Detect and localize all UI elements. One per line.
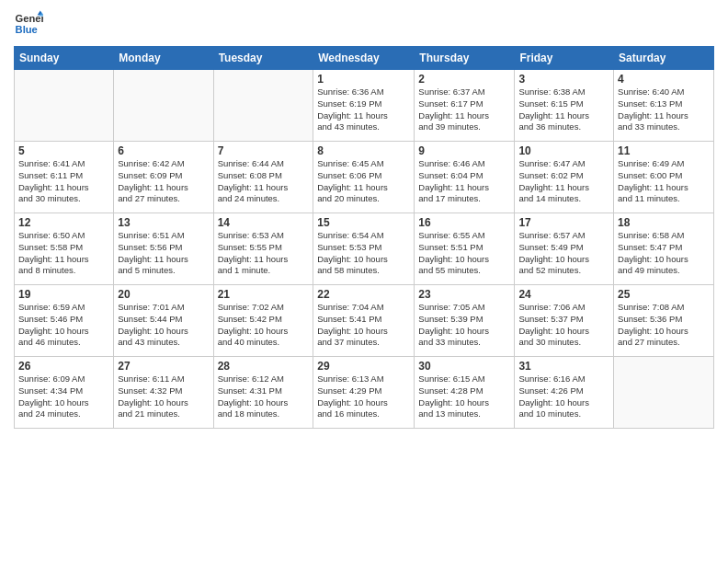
calendar-cell: 10Sunrise: 6:47 AM Sunset: 6:02 PM Dayli… bbox=[515, 142, 614, 213]
calendar-cell: 31Sunrise: 6:16 AM Sunset: 4:26 PM Dayli… bbox=[515, 357, 614, 429]
calendar-cell: 26Sunrise: 6:09 AM Sunset: 4:34 PM Dayli… bbox=[15, 357, 114, 429]
calendar-cell: 11Sunrise: 6:49 AM Sunset: 6:00 PM Dayli… bbox=[614, 142, 714, 213]
calendar-cell: 21Sunrise: 7:02 AM Sunset: 5:42 PM Dayli… bbox=[213, 285, 313, 357]
calendar-cell: 9Sunrise: 6:46 AM Sunset: 6:04 PM Daylig… bbox=[415, 142, 515, 213]
day-number: 5 bbox=[18, 144, 109, 157]
day-info: Sunrise: 6:59 AM Sunset: 5:46 PM Dayligh… bbox=[18, 302, 109, 349]
calendar-week-1: 1Sunrise: 6:36 AM Sunset: 6:19 PM Daylig… bbox=[15, 70, 714, 142]
day-number: 31 bbox=[518, 360, 609, 373]
svg-text:Blue: Blue bbox=[16, 24, 38, 35]
day-info: Sunrise: 6:41 AM Sunset: 6:11 PM Dayligh… bbox=[18, 158, 109, 205]
day-number: 28 bbox=[218, 360, 310, 373]
calendar-cell: 14Sunrise: 6:53 AM Sunset: 5:55 PM Dayli… bbox=[213, 213, 313, 285]
calendar-cell: 5Sunrise: 6:41 AM Sunset: 6:11 PM Daylig… bbox=[15, 142, 114, 213]
calendar-cell: 6Sunrise: 6:42 AM Sunset: 6:09 PM Daylig… bbox=[114, 142, 213, 213]
day-info: Sunrise: 6:45 AM Sunset: 6:06 PM Dayligh… bbox=[317, 158, 410, 205]
calendar-cell: 20Sunrise: 7:01 AM Sunset: 5:44 PM Dayli… bbox=[114, 285, 213, 357]
calendar-cell: 16Sunrise: 6:55 AM Sunset: 5:51 PM Dayli… bbox=[415, 213, 515, 285]
day-info: Sunrise: 6:37 AM Sunset: 6:17 PM Dayligh… bbox=[418, 86, 510, 133]
day-number: 7 bbox=[218, 144, 310, 157]
calendar-cell: 28Sunrise: 6:12 AM Sunset: 4:31 PM Dayli… bbox=[213, 357, 313, 429]
day-info: Sunrise: 6:57 AM Sunset: 5:49 PM Dayligh… bbox=[518, 230, 609, 277]
calendar-week-4: 19Sunrise: 6:59 AM Sunset: 5:46 PM Dayli… bbox=[15, 285, 714, 357]
day-info: Sunrise: 6:40 AM Sunset: 6:13 PM Dayligh… bbox=[618, 86, 710, 133]
weekday-header-wednesday: Wednesday bbox=[313, 47, 415, 70]
day-number: 17 bbox=[518, 216, 609, 229]
day-number: 16 bbox=[418, 216, 510, 229]
day-info: Sunrise: 6:55 AM Sunset: 5:51 PM Dayligh… bbox=[418, 230, 510, 277]
day-number: 29 bbox=[317, 360, 410, 373]
logo: General Blue bbox=[14, 9, 43, 39]
day-info: Sunrise: 6:54 AM Sunset: 5:53 PM Dayligh… bbox=[317, 230, 410, 277]
calendar-cell: 17Sunrise: 6:57 AM Sunset: 5:49 PM Dayli… bbox=[515, 213, 614, 285]
calendar-week-2: 5Sunrise: 6:41 AM Sunset: 6:11 PM Daylig… bbox=[15, 142, 714, 213]
calendar-table: SundayMondayTuesdayWednesdayThursdayFrid… bbox=[14, 46, 714, 429]
day-number: 25 bbox=[618, 288, 710, 301]
calendar-cell: 8Sunrise: 6:45 AM Sunset: 6:06 PM Daylig… bbox=[313, 142, 415, 213]
weekday-header-saturday: Saturday bbox=[614, 47, 714, 70]
logo-icon: General Blue bbox=[14, 9, 43, 39]
day-number: 22 bbox=[317, 288, 410, 301]
day-info: Sunrise: 6:50 AM Sunset: 5:58 PM Dayligh… bbox=[18, 230, 109, 277]
day-number: 1 bbox=[317, 73, 410, 86]
day-number: 9 bbox=[418, 144, 510, 157]
day-number: 26 bbox=[18, 360, 109, 373]
page-container: General Blue SundayMondayTuesdayWednesda… bbox=[0, 0, 728, 563]
day-info: Sunrise: 6:09 AM Sunset: 4:34 PM Dayligh… bbox=[18, 373, 109, 420]
weekday-header-tuesday: Tuesday bbox=[213, 47, 313, 70]
day-number: 4 bbox=[618, 73, 710, 86]
page-header: General Blue bbox=[14, 9, 714, 39]
calendar-cell: 25Sunrise: 7:08 AM Sunset: 5:36 PM Dayli… bbox=[614, 285, 714, 357]
calendar-cell: 12Sunrise: 6:50 AM Sunset: 5:58 PM Dayli… bbox=[15, 213, 114, 285]
calendar-week-3: 12Sunrise: 6:50 AM Sunset: 5:58 PM Dayli… bbox=[15, 213, 714, 285]
day-number: 19 bbox=[18, 288, 109, 301]
day-info: Sunrise: 7:02 AM Sunset: 5:42 PM Dayligh… bbox=[218, 302, 310, 349]
calendar-cell: 13Sunrise: 6:51 AM Sunset: 5:56 PM Dayli… bbox=[114, 213, 213, 285]
day-number: 15 bbox=[317, 216, 410, 229]
weekday-header-monday: Monday bbox=[114, 47, 213, 70]
calendar-cell bbox=[114, 70, 213, 142]
day-number: 30 bbox=[418, 360, 510, 373]
day-number: 3 bbox=[518, 73, 609, 86]
day-info: Sunrise: 6:58 AM Sunset: 5:47 PM Dayligh… bbox=[618, 230, 710, 277]
day-number: 20 bbox=[118, 288, 209, 301]
day-info: Sunrise: 6:36 AM Sunset: 6:19 PM Dayligh… bbox=[317, 86, 410, 133]
calendar-cell: 1Sunrise: 6:36 AM Sunset: 6:19 PM Daylig… bbox=[313, 70, 415, 142]
day-info: Sunrise: 6:47 AM Sunset: 6:02 PM Dayligh… bbox=[518, 158, 609, 205]
day-number: 23 bbox=[418, 288, 510, 301]
day-number: 21 bbox=[218, 288, 310, 301]
calendar-cell: 4Sunrise: 6:40 AM Sunset: 6:13 PM Daylig… bbox=[614, 70, 714, 142]
day-info: Sunrise: 6:16 AM Sunset: 4:26 PM Dayligh… bbox=[518, 373, 609, 420]
calendar-cell: 27Sunrise: 6:11 AM Sunset: 4:32 PM Dayli… bbox=[114, 357, 213, 429]
day-info: Sunrise: 6:38 AM Sunset: 6:15 PM Dayligh… bbox=[518, 86, 609, 133]
day-info: Sunrise: 6:11 AM Sunset: 4:32 PM Dayligh… bbox=[118, 373, 209, 420]
calendar-cell: 29Sunrise: 6:13 AM Sunset: 4:29 PM Dayli… bbox=[313, 357, 415, 429]
day-number: 2 bbox=[418, 73, 510, 86]
calendar-cell: 24Sunrise: 7:06 AM Sunset: 5:37 PM Dayli… bbox=[515, 285, 614, 357]
day-number: 6 bbox=[118, 144, 209, 157]
weekday-header-thursday: Thursday bbox=[415, 47, 515, 70]
day-info: Sunrise: 7:04 AM Sunset: 5:41 PM Dayligh… bbox=[317, 302, 410, 349]
calendar-cell bbox=[15, 70, 114, 142]
calendar-cell: 2Sunrise: 6:37 AM Sunset: 6:17 PM Daylig… bbox=[415, 70, 515, 142]
calendar-cell: 7Sunrise: 6:44 AM Sunset: 6:08 PM Daylig… bbox=[213, 142, 313, 213]
day-number: 13 bbox=[118, 216, 209, 229]
calendar-cell: 15Sunrise: 6:54 AM Sunset: 5:53 PM Dayli… bbox=[313, 213, 415, 285]
day-info: Sunrise: 7:06 AM Sunset: 5:37 PM Dayligh… bbox=[518, 302, 609, 349]
calendar-cell: 23Sunrise: 7:05 AM Sunset: 5:39 PM Dayli… bbox=[415, 285, 515, 357]
day-number: 24 bbox=[518, 288, 609, 301]
day-info: Sunrise: 7:05 AM Sunset: 5:39 PM Dayligh… bbox=[418, 302, 510, 349]
day-info: Sunrise: 7:01 AM Sunset: 5:44 PM Dayligh… bbox=[118, 302, 209, 349]
calendar-cell bbox=[614, 357, 714, 429]
calendar-week-5: 26Sunrise: 6:09 AM Sunset: 4:34 PM Dayli… bbox=[15, 357, 714, 429]
day-number: 11 bbox=[618, 144, 710, 157]
calendar-cell: 22Sunrise: 7:04 AM Sunset: 5:41 PM Dayli… bbox=[313, 285, 415, 357]
day-info: Sunrise: 6:53 AM Sunset: 5:55 PM Dayligh… bbox=[218, 230, 310, 277]
day-number: 10 bbox=[518, 144, 609, 157]
day-number: 18 bbox=[618, 216, 710, 229]
day-info: Sunrise: 6:49 AM Sunset: 6:00 PM Dayligh… bbox=[618, 158, 710, 205]
day-info: Sunrise: 6:51 AM Sunset: 5:56 PM Dayligh… bbox=[118, 230, 209, 277]
calendar-cell: 18Sunrise: 6:58 AM Sunset: 5:47 PM Dayli… bbox=[614, 213, 714, 285]
day-number: 8 bbox=[317, 144, 410, 157]
day-info: Sunrise: 6:46 AM Sunset: 6:04 PM Dayligh… bbox=[418, 158, 510, 205]
